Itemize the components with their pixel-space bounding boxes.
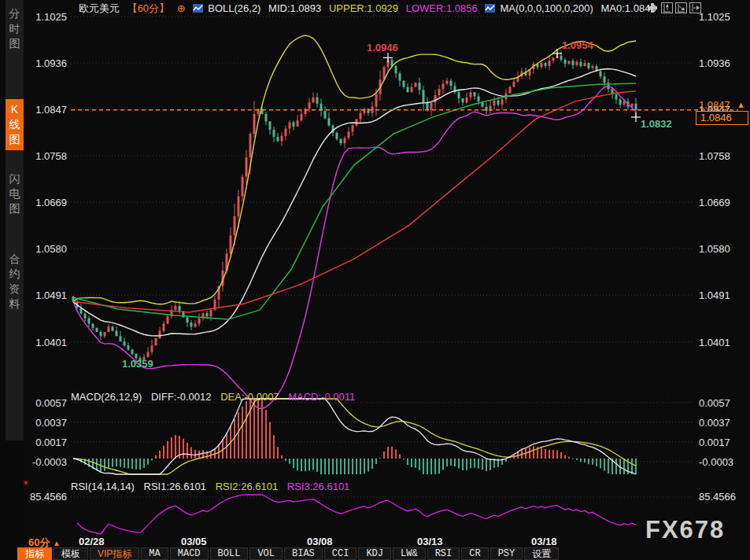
ma-label: MA(0,0,0,100,0,200)	[500, 2, 593, 14]
toolbar-item-RSI[interactable]: RSI	[427, 547, 460, 560]
current-price-box: 1.0846	[696, 111, 748, 125]
toolbar-item-VOL[interactable]: VOL	[249, 547, 283, 560]
macd-hist-value: MACD:-0.0011	[288, 391, 355, 403]
low-label-1: 1.0359	[122, 358, 153, 370]
boll-label: BOLL(26,2)	[208, 2, 260, 14]
boll-mid-value: MID:1.0893	[268, 2, 321, 14]
axis-label: 1.0669	[699, 197, 743, 208]
axis-label: 1.0401	[23, 337, 67, 348]
last-low-label: 1.0832	[641, 118, 672, 130]
axis-label: 1.0491	[23, 289, 67, 301]
chart-tool-icons	[647, 2, 701, 14]
trading-app-window: 分 时 图K 线 图闪 电 图合 约 资 料 ☀ 欧元美元 【60分】 ⊕ BO…	[0, 0, 750, 560]
axis-label: 85.4566	[23, 491, 67, 503]
axis-label: 1.0847	[23, 104, 67, 116]
toolbar-item-模板[interactable]: 模板	[54, 547, 88, 560]
date-tick-03/18: 03/18	[531, 536, 557, 547]
axis-label: 0.0017	[23, 437, 67, 448]
rsi2-value: RSI2:26.6101	[216, 481, 279, 492]
toolbar-item-CR[interactable]: CR	[461, 547, 488, 560]
high-label-2: 1.0954	[562, 39, 593, 51]
sidebar: 分 时 图K 线 图闪 电 图合 约 资 料	[0, 0, 24, 560]
date-tick-03/08: 03/08	[307, 536, 333, 547]
sidebar-tab-2[interactable]: 闪 电 图	[6, 168, 24, 219]
boll-indicator-icon[interactable]	[193, 3, 203, 12]
axis-label: 1.1025	[699, 11, 743, 23]
toolbar-item-MACD[interactable]: MACD	[170, 547, 209, 560]
axis-label: -0.0003	[699, 456, 743, 468]
axis-label: 85.4566	[699, 491, 743, 503]
axis-label: 1.0758	[699, 150, 743, 162]
axis-label: -0.0003	[23, 456, 67, 468]
toolbar-item-CCI[interactable]: CCI	[324, 547, 357, 560]
y-axis-zoom-icon[interactable]	[661, 2, 673, 13]
symbol-title: 欧元美元	[79, 2, 120, 14]
date-tick-03/05: 03/05	[181, 536, 207, 547]
ma-indicator-icon[interactable]	[485, 3, 495, 12]
macd-title: MACD(26,12,9)	[71, 391, 142, 403]
axis-label: 1.0580	[699, 243, 743, 255]
high-label-1: 1.0946	[367, 42, 398, 53]
axis-label: 1.0936	[23, 57, 67, 69]
sidebar-background	[6, 0, 24, 440]
chart-header: 欧元美元 【60分】 ⊕ BOLL(26,2) MID:1.0893 UPPER…	[79, 2, 661, 16]
macd-dea-value: DEA:-0.0007	[220, 391, 279, 403]
axis-label: 1.0491	[699, 289, 743, 301]
rsi-title: RSI(14,14,14)	[71, 481, 135, 492]
axis-label: 1.0936	[699, 57, 743, 69]
axis-label: 1.0401	[699, 337, 743, 348]
boll-lower-value: LOWER:1.0856	[406, 2, 478, 14]
toolbar-item-BIAS[interactable]: BIAS	[284, 547, 323, 560]
axis-label: 1.0758	[23, 150, 67, 162]
axis-label: 1.1025	[23, 11, 67, 23]
x-axis-zoom-icon[interactable]	[675, 2, 687, 13]
toolbar-item-KDJ[interactable]: KDJ	[358, 547, 391, 560]
axis-label: 1.0669	[23, 197, 67, 208]
macd-panel-header: MACD(26,12,9) DIFF:-0.0012 DEA:-0.0007 M…	[71, 391, 361, 403]
toolbar-item-VIP指标[interactable]: VIP指标	[90, 547, 139, 560]
axis-label: 0.0057	[23, 397, 67, 409]
toolbar-item-BOLL[interactable]: BOLL	[210, 547, 249, 560]
sidebar-tab-3[interactable]: 合 约 资 料	[6, 249, 24, 315]
date-tick-02/28: 02/28	[79, 536, 105, 547]
toolbar-item-指标[interactable]: 指标	[17, 547, 52, 560]
macd-diff-value: DIFF:-0.0012	[151, 391, 212, 403]
rsi3-value: RSI3:26.6101	[287, 481, 350, 492]
rsi-panel-header: RSI(14,14,14) RSI1:26.6101 RSI2:26.6101 …	[71, 481, 356, 492]
toolbar-item-设置[interactable]: 设置	[524, 547, 559, 560]
boll-upper-value: UPPER:1.0929	[329, 2, 398, 14]
sidebar-tab-1[interactable]: K 线 图	[6, 99, 24, 150]
toolbar-item-LW&[interactable]: LW&	[393, 547, 426, 560]
date-tick-03/13: 03/13	[417, 536, 443, 547]
crosshair-toggle-icon[interactable]: ⊕	[177, 2, 186, 14]
period-label[interactable]: 【60分】	[127, 2, 169, 14]
axis-label: 0.0017	[699, 437, 743, 448]
crosshair-icon[interactable]	[647, 2, 659, 13]
chart-canvas[interactable]	[0, 0, 750, 560]
indicator-toolbar: 指标模板VIP指标MAMACDBOLLVOLBIASCCIKDJLW&RSICR…	[17, 547, 560, 560]
price-up-arrow-icon: ▲	[737, 100, 745, 109]
watermark-logo: FX678	[645, 516, 725, 544]
axis-label: 0.0037	[23, 417, 67, 429]
axis-label: 1.0580	[23, 243, 67, 255]
axis-label: 0.0057	[699, 397, 743, 409]
alert-blink-icon: ☀	[22, 478, 30, 488]
toolbar-item-MA[interactable]: MA	[141, 547, 168, 560]
axis-label: 0.0037	[699, 417, 743, 429]
rsi1-value: RSI1:26.6101	[144, 481, 207, 492]
toolbar-item-PSY[interactable]: PSY	[490, 547, 523, 560]
sidebar-tab-0[interactable]: 分 时 图	[6, 3, 24, 54]
